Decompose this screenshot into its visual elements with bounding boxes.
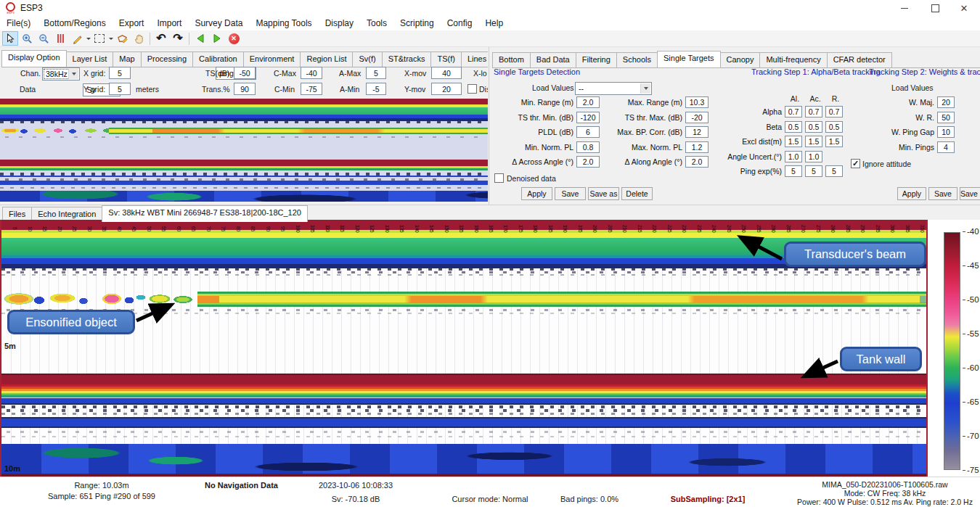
- detection-button[interactable]: Delete: [621, 187, 653, 200]
- menu-item[interactable]: File(s): [0, 17, 37, 30]
- minimize-icon[interactable]: [890, 0, 919, 16]
- field-input[interactable]: 1.2: [685, 141, 709, 153]
- display-panel-tab[interactable]: Map: [113, 51, 141, 67]
- field-input[interactable]: -20: [685, 112, 709, 123]
- menu-item[interactable]: Help: [478, 17, 510, 30]
- menu-item[interactable]: Bottom/Regions: [37, 17, 112, 30]
- field-input[interactable]: 0.8: [576, 141, 600, 153]
- ymov-input[interactable]: 20: [431, 83, 462, 95]
- field-input[interactable]: 2.0: [576, 156, 600, 168]
- menu-item[interactable]: Config: [441, 17, 479, 30]
- field-input[interactable]: 0.7: [785, 106, 802, 118]
- ignore-attitude-checkbox[interactable]: [851, 159, 860, 168]
- display-panel-tab[interactable]: Environment: [243, 51, 301, 67]
- field-input[interactable]: 0.7: [825, 106, 843, 118]
- display-panel-tab[interactable]: Processing: [141, 51, 193, 67]
- detection-button[interactable]: Save as: [588, 187, 619, 200]
- field-input[interactable]: 0.5: [785, 121, 802, 133]
- ts-input[interactable]: -50: [234, 67, 256, 79]
- prev-file-icon[interactable]: [192, 31, 208, 46]
- tracking2-button[interactable]: Apply: [897, 187, 926, 200]
- field-input[interactable]: 1.5: [805, 136, 822, 147]
- pencil-dropdown-icon[interactable]: [86, 38, 91, 40]
- ping-bars-icon[interactable]: [52, 31, 68, 46]
- xgrid-input[interactable]: 5: [109, 67, 131, 79]
- denoised-checkbox[interactable]: [494, 173, 504, 183]
- pencil-tool-icon[interactable]: [69, 31, 85, 46]
- field-input[interactable]: -120: [576, 112, 600, 123]
- field-input[interactable]: 1.0: [785, 151, 802, 162]
- field-input[interactable]: 10.3: [685, 96, 709, 108]
- menu-item[interactable]: Tools: [360, 17, 393, 30]
- zoom-in-icon[interactable]: [19, 31, 35, 46]
- xmov-input[interactable]: 40: [431, 67, 462, 79]
- display-panel-tab[interactable]: Layer List: [66, 51, 114, 67]
- redo-icon[interactable]: ↷: [170, 31, 186, 46]
- rectangle-dropdown-icon[interactable]: [108, 38, 113, 40]
- menu-item[interactable]: Mapping Tools: [249, 17, 318, 30]
- field-input[interactable]: 5: [805, 165, 822, 177]
- field-input[interactable]: 20: [937, 96, 955, 108]
- field-input[interactable]: 0.5: [825, 121, 843, 133]
- field-input[interactable]: 4: [937, 141, 955, 153]
- echogram-tab[interactable]: Sv: 38kHz WBT Mini 266948-7 ES38-18|200-…: [102, 205, 308, 222]
- field-input[interactable]: 0.5: [805, 121, 822, 133]
- display-panel-tab[interactable]: Calibration: [192, 51, 244, 67]
- main-echogram[interactable]: 5101520253035404550556065707580859095100…: [0, 220, 928, 477]
- trans-input[interactable]: 90: [234, 83, 256, 95]
- zoom-out-icon[interactable]: [36, 31, 52, 46]
- detection-button[interactable]: Apply: [521, 187, 552, 200]
- field-input[interactable]: 0.7: [805, 106, 822, 118]
- undo-icon[interactable]: ↶: [153, 31, 169, 46]
- detection-panel-tab[interactable]: Bottom: [492, 52, 531, 67]
- edit-region-icon[interactable]: [114, 31, 130, 46]
- menu-item[interactable]: Export: [113, 17, 151, 30]
- detection-panel-tab[interactable]: Schools: [616, 52, 658, 67]
- display-panel-tab[interactable]: Lines: [461, 51, 488, 67]
- close-icon[interactable]: ✕: [950, 0, 979, 16]
- amin-input[interactable]: -5: [366, 83, 386, 95]
- tracking2-button[interactable]: Save: [928, 187, 957, 200]
- cmin-input[interactable]: -75: [301, 83, 322, 95]
- detection-panel-tab[interactable]: Multi-frequency: [759, 52, 827, 67]
- pointer-tool-icon[interactable]: [2, 31, 18, 46]
- field-input[interactable]: 6: [576, 126, 600, 138]
- display-panel-tab[interactable]: Display Option: [1, 50, 67, 67]
- menu-item[interactable]: Import: [150, 17, 188, 30]
- mini-echogram[interactable]: [0, 99, 488, 202]
- detection-panel-tab[interactable]: Single Targets: [657, 51, 721, 67]
- detection-panel-tab[interactable]: CFAR detector: [827, 52, 892, 67]
- detection-panel-tab[interactable]: Filtering: [576, 52, 617, 67]
- chan-select[interactable]: 38kHz: [42, 67, 80, 81]
- field-input[interactable]: 5: [825, 165, 843, 177]
- field-input[interactable]: 5: [785, 165, 802, 177]
- pan-hand-icon[interactable]: [131, 31, 147, 46]
- amax-input[interactable]: 5: [366, 67, 386, 79]
- field-input[interactable]: 1.5: [825, 136, 843, 147]
- menu-item[interactable]: Survey Data: [188, 17, 249, 30]
- cmax-input[interactable]: -40: [301, 67, 322, 79]
- display-panel-tab[interactable]: Region List: [300, 51, 353, 67]
- next-file-icon[interactable]: [209, 31, 225, 46]
- field-input[interactable]: 2.0: [685, 156, 709, 168]
- field-input[interactable]: 1.0: [805, 151, 822, 162]
- menu-item[interactable]: Display: [319, 17, 360, 30]
- field-input[interactable]: 12: [685, 126, 709, 138]
- rectangle-select-icon[interactable]: [91, 31, 107, 46]
- display-panel-tab[interactable]: Sv(f): [352, 51, 382, 67]
- detection-load-select[interactable]: --: [575, 82, 652, 95]
- disp-checkbox[interactable]: [467, 84, 477, 94]
- detection-button[interactable]: Save: [555, 187, 586, 200]
- field-input[interactable]: 50: [937, 112, 955, 123]
- display-panel-tab[interactable]: ST&tracks: [382, 51, 432, 67]
- restore-icon[interactable]: [920, 0, 950, 16]
- menu-item[interactable]: Scripting: [393, 17, 441, 30]
- field-input[interactable]: 2.0: [576, 96, 600, 108]
- detection-panel-tab[interactable]: Bad Data: [530, 52, 576, 67]
- ygrid-input[interactable]: 5: [109, 83, 131, 95]
- field-input[interactable]: 1.5: [785, 136, 802, 147]
- display-panel-tab[interactable]: TS(f): [430, 51, 461, 67]
- field-input[interactable]: 10: [937, 126, 955, 138]
- tracking2-button[interactable]: Save as: [960, 187, 980, 200]
- detection-panel-tab[interactable]: Canopy: [720, 52, 761, 67]
